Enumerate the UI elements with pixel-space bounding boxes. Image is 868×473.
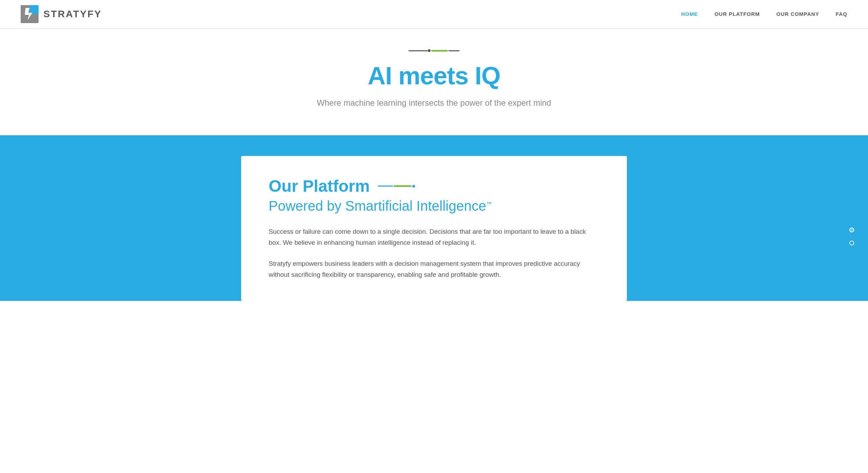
nav-item-home[interactable]: HOME [681, 11, 698, 17]
platform-body-2: Stratyfy empowers business leaders with … [269, 258, 599, 281]
navbar: STRATYFY HOME OUR PLATFORM OUR COMPANY F… [0, 0, 868, 29]
platform-header: Our Platform [269, 177, 599, 196]
scroll-dots [849, 228, 854, 245]
logo-icon [21, 5, 39, 23]
hero-section: AI meets IQ Where machine learning inter… [0, 29, 868, 135]
nav-item-platform[interactable]: OUR PLATFORM [714, 11, 760, 17]
nav-link-company[interactable]: OUR COMPANY [776, 11, 819, 17]
platform-dec-green [394, 185, 412, 187]
scroll-dot-1[interactable] [849, 228, 854, 232]
logo[interactable]: STRATYFY [21, 5, 102, 23]
hero-decorator [7, 49, 861, 52]
platform-body-1: Success or failure can come down to a si… [269, 226, 599, 249]
platform-decorator [378, 185, 415, 188]
hero-dec-line-green [431, 50, 448, 52]
nav-links: HOME OUR PLATFORM OUR COMPANY FAQ [681, 11, 847, 17]
hero-dec-line-right [448, 50, 459, 51]
platform-section: Our Platform Powered by Smartificial Int… [0, 135, 868, 301]
platform-dec-left [378, 186, 393, 187]
nav-link-faq[interactable]: FAQ [836, 11, 847, 17]
nav-link-home[interactable]: HOME [681, 11, 698, 17]
platform-dec-dot [412, 185, 415, 188]
platform-title: Our Platform [269, 177, 370, 196]
hero-dec-dot [428, 49, 431, 52]
platform-subtitle: Powered by Smartificial Intelligence™ [269, 198, 599, 214]
hero-subtitle: Where machine learning intersects the po… [7, 98, 861, 108]
nav-item-faq[interactable]: FAQ [836, 11, 847, 17]
logo-text: STRATYFY [43, 9, 102, 20]
scroll-dot-2[interactable] [849, 241, 854, 245]
platform-card: Our Platform Powered by Smartificial Int… [241, 156, 627, 301]
hero-dec-line-left [409, 50, 428, 51]
nav-item-company[interactable]: OUR COMPANY [776, 11, 819, 17]
nav-link-platform[interactable]: OUR PLATFORM [714, 11, 760, 17]
hero-title: AI meets IQ [7, 62, 861, 90]
